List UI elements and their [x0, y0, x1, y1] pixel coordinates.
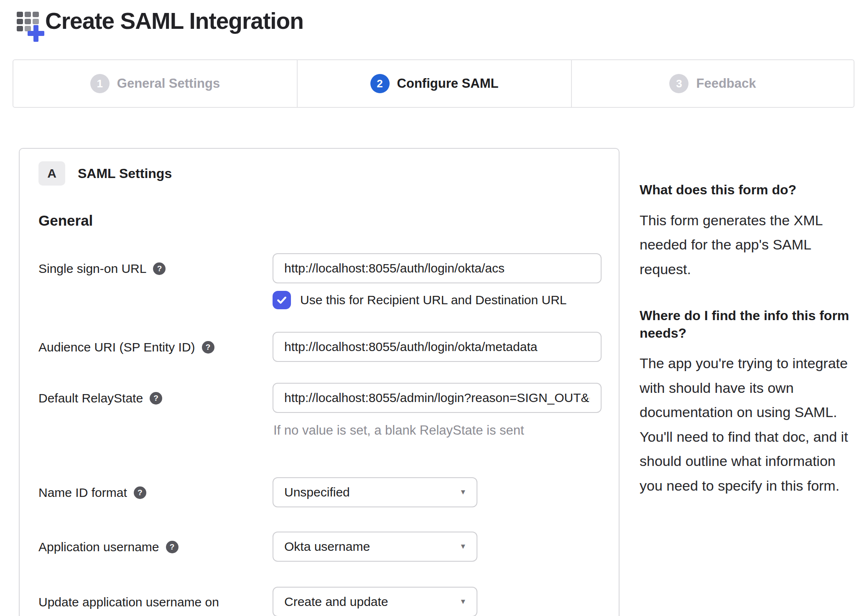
step-1-number: 1 — [90, 74, 110, 93]
step-configure-saml[interactable]: 2 Configure SAML — [297, 60, 571, 107]
help-section-where: Where do I find the info this form needs… — [640, 307, 857, 498]
audience-uri-label: Audience URI (SP Entity ID) — [38, 340, 195, 354]
help-body-where: The app you're trying to integrate with … — [640, 351, 857, 498]
chevron-down-icon: ▼ — [459, 542, 467, 551]
application-username-label: Application username — [38, 540, 159, 554]
help-section-what: What does this form do? This form genera… — [640, 181, 857, 281]
sso-url-label: Single sign-on URL — [38, 262, 146, 276]
step-3-number: 3 — [669, 74, 688, 93]
name-id-format-label: Name ID format — [38, 486, 127, 500]
name-id-format-select[interactable]: Unspecified ▼ — [273, 477, 477, 507]
relay-state-help-icon[interactable]: ? — [150, 392, 162, 405]
audience-uri-row: Audience URI (SP Entity ID) ? — [38, 332, 600, 362]
update-username-row: Update application username on Create an… — [38, 587, 600, 616]
app-grid-plus-icon — [17, 12, 44, 39]
sso-url-row: Single sign-on URL ? Use this for Recipi… — [38, 253, 600, 309]
relay-state-input[interactable] — [273, 383, 602, 413]
section-title: SAML Settings — [78, 166, 172, 181]
name-id-format-row: Name ID format ? Unspecified ▼ — [38, 477, 600, 507]
use-for-recipient-label: Use this for Recipient URL and Destinati… — [300, 293, 567, 307]
use-for-recipient-checkbox[interactable] — [273, 291, 291, 309]
step-2-number: 2 — [370, 74, 390, 93]
step-1-label: General Settings — [117, 76, 220, 91]
page-title: Create SAML Integration — [45, 7, 303, 36]
relay-state-row: Default RelayState ? If no value is set,… — [38, 383, 600, 438]
sso-url-help-icon[interactable]: ? — [153, 262, 166, 275]
name-id-format-value: Unspecified — [284, 485, 350, 499]
step-general-settings[interactable]: 1 General Settings — [13, 60, 297, 107]
audience-uri-input[interactable] — [273, 332, 602, 362]
sso-url-input[interactable] — [273, 253, 602, 283]
chevron-down-icon: ▼ — [459, 488, 467, 496]
application-username-row: Application username ? Okta username ▼ — [38, 532, 600, 562]
help-heading-where: Where do I find the info this form needs… — [640, 307, 857, 342]
application-username-value: Okta username — [284, 540, 370, 554]
update-username-select[interactable]: Create and update ▼ — [273, 587, 477, 616]
step-feedback[interactable]: 3 Feedback — [571, 60, 854, 107]
general-group-title: General — [38, 212, 600, 229]
step-2-label: Configure SAML — [397, 76, 499, 91]
step-3-label: Feedback — [696, 76, 756, 91]
update-username-value: Create and update — [284, 595, 388, 609]
relay-state-hint: If no value is set, a blank RelayState i… — [273, 423, 602, 438]
name-id-format-help-icon[interactable]: ? — [134, 486, 146, 499]
application-username-help-icon[interactable]: ? — [166, 541, 178, 553]
chevron-down-icon: ▼ — [459, 598, 467, 606]
help-heading-what: What does this form do? — [640, 181, 857, 199]
wizard-steps: 1 General Settings 2 Configure SAML 3 Fe… — [13, 59, 854, 108]
help-sidebar: What does this form do? This form genera… — [640, 148, 857, 498]
page-header: Create SAML Integration — [17, 7, 867, 39]
section-badge: A — [38, 161, 65, 186]
application-username-select[interactable]: Okta username ▼ — [273, 532, 477, 562]
relay-state-label: Default RelayState — [38, 391, 143, 405]
saml-settings-card: A SAML Settings General Single sign-on U… — [19, 148, 620, 616]
help-body-what: This form generates the XML needed for t… — [640, 208, 857, 281]
update-username-label: Update application username on — [38, 595, 219, 609]
checkmark-icon — [276, 295, 287, 305]
audience-uri-help-icon[interactable]: ? — [202, 341, 214, 354]
